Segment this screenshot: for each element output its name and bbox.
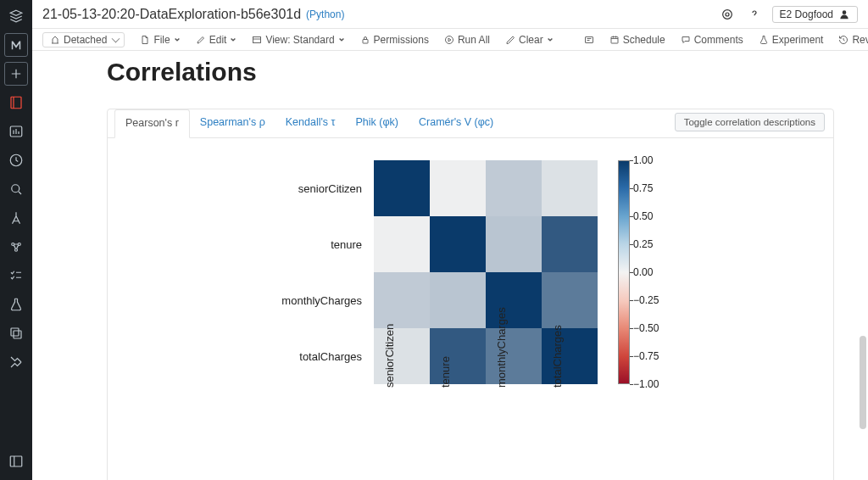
heatmap-ylabel: monthlyCharges [281, 294, 362, 307]
heatmap-cell [486, 160, 542, 216]
results-icon[interactable] [584, 35, 594, 45]
notebook-icon[interactable] [4, 91, 28, 114]
toggle-descriptions-button[interactable]: Toggle correlation descriptions [675, 113, 825, 131]
colorbar-tick: −0.75 [633, 350, 659, 362]
notebook-language[interactable]: (Python) [306, 8, 344, 20]
notebook-title[interactable]: 21-05-13-20:20-DataExploration-b56e301d [42, 7, 301, 22]
svg-point-3 [12, 185, 19, 193]
file-menu[interactable]: File [140, 34, 180, 46]
help-icon[interactable] [745, 5, 764, 24]
heatmap-cell [374, 272, 430, 328]
tasks-icon[interactable] [4, 264, 28, 287]
correlation-tabs: Pearson's r Spearman's ρ Kendall's τ Phi… [108, 109, 833, 138]
svg-point-11 [726, 13, 729, 16]
heatmap-xlabel: totalCharges [551, 325, 564, 388]
colorbar-tick: −0.50 [633, 322, 659, 334]
heatmap-cell [542, 160, 598, 216]
model-a-icon[interactable] [4, 206, 28, 230]
heatmap-cell [430, 160, 486, 216]
panel-icon[interactable] [4, 449, 28, 473]
notebook-toolbar: Detached File Edit View: Standard Permis… [32, 29, 868, 51]
search-icon[interactable] [4, 177, 28, 201]
model-b-icon[interactable] [4, 235, 28, 259]
colorbar-tick: 0.75 [633, 182, 653, 194]
heatmap-cell [430, 272, 486, 328]
svg-point-4 [12, 243, 14, 246]
heatmap-ylabel: seniorCitizen [298, 182, 362, 195]
comments-button[interactable]: Comments [681, 34, 743, 46]
attach-label: Detached [64, 34, 107, 46]
colorbar-tick: 0.00 [633, 266, 653, 278]
scrollbar-thumb[interactable] [860, 336, 866, 429]
top-header: 21-05-13-20:20-DataExploration-b56e301d … [32, 0, 868, 29]
tab-phik[interactable]: Phik (φk) [346, 109, 409, 137]
m-icon[interactable] [4, 33, 28, 57]
section-heading: Correlations [107, 58, 834, 87]
svg-rect-12 [253, 36, 261, 42]
graph-icon[interactable] [4, 350, 28, 374]
svg-point-14 [445, 36, 453, 43]
colorbar-tick: 0.25 [633, 238, 653, 250]
svg-rect-8 [11, 328, 19, 336]
tab-cramers[interactable]: Cramér's V (φc) [409, 109, 504, 137]
heatmap-xlabel: seniorCitizen [383, 324, 396, 388]
view-menu[interactable]: View: Standard [252, 34, 344, 46]
run-all-button[interactable]: Run All [444, 34, 490, 46]
heatmap-xlabel: tenure [439, 356, 452, 388]
heatmap-cell [374, 216, 430, 272]
colorbar-tick: 1.00 [633, 154, 653, 166]
svg-rect-16 [611, 36, 618, 43]
revision-history-button[interactable]: Revision history [838, 34, 868, 46]
tab-kendall[interactable]: Kendall's τ [275, 109, 346, 137]
colorbar-tick: 0.50 [633, 210, 653, 222]
heatmap-xlabel: monthlyCharges [495, 307, 508, 388]
experiment-button[interactable]: Experiment [759, 34, 824, 46]
heatmap-cell [486, 216, 542, 272]
heatmap-cell [542, 272, 598, 328]
left-icon-rail [0, 0, 32, 480]
flask-icon[interactable] [4, 293, 28, 316]
user-menu[interactable]: E2 Dogfood [772, 6, 858, 23]
svg-rect-13 [363, 39, 368, 43]
tab-pearson[interactable]: Pearson's r [114, 109, 190, 138]
svg-point-10 [722, 9, 732, 19]
colorbar [618, 160, 630, 384]
heatmap-cell [374, 160, 430, 216]
svg-rect-9 [10, 456, 22, 466]
clear-menu[interactable]: Clear [505, 34, 554, 46]
plus-icon[interactable] [4, 62, 28, 86]
heatmap-ylabel: totalCharges [299, 350, 362, 363]
svg-rect-0 [11, 97, 21, 109]
correlation-card: Pearson's r Spearman's ρ Kendall's τ Phi… [107, 109, 834, 480]
tab-spearman[interactable]: Spearman's ρ [190, 109, 275, 137]
heatmap-cell [542, 216, 598, 272]
heatmap-ylabel: tenure [331, 238, 362, 251]
svg-rect-15 [585, 36, 593, 42]
time-icon[interactable] [4, 148, 28, 172]
colorbar-tick: −1.00 [633, 378, 659, 390]
correlation-heatmap: seniorCitizentenuremonthlyChargestotalCh… [199, 160, 742, 474]
stack-icon[interactable] [4, 4, 28, 28]
schedule-button[interactable]: Schedule [609, 34, 665, 46]
permissions-button[interactable]: Permissions [360, 34, 429, 46]
variables-icon[interactable] [4, 120, 28, 143]
edit-menu[interactable]: Edit [196, 34, 237, 46]
svg-point-6 [15, 248, 18, 251]
copy-icon[interactable] [4, 321, 28, 345]
target-icon[interactable] [718, 5, 737, 24]
svg-rect-7 [14, 331, 21, 338]
svg-point-5 [18, 243, 20, 246]
attach-cluster-dropdown[interactable]: Detached [42, 32, 125, 47]
user-label: E2 Dogfood [780, 8, 833, 20]
heatmap-cell [430, 216, 486, 272]
colorbar-tick: −0.25 [633, 294, 659, 306]
notebook-body: Correlations Pearson's r Spearman's ρ Ke… [32, 51, 868, 480]
